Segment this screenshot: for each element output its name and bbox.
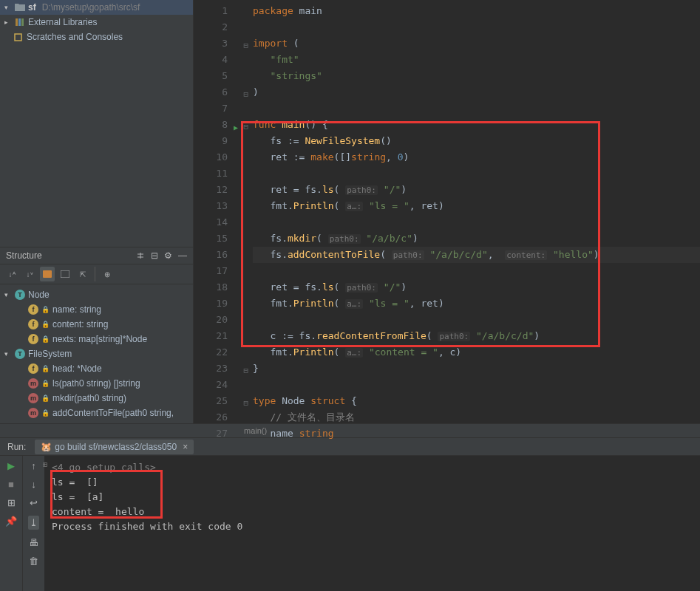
down-icon[interactable]: ↓ [31, 479, 36, 490]
code-line[interactable] [253, 263, 700, 279]
fold-icon[interactable]: ⊞ [43, 457, 47, 472]
line-number[interactable]: 21 [194, 328, 228, 344]
line-number[interactable]: 24 [194, 377, 228, 393]
structure-item[interactable]: m🔒ls(path0 string) []string [0, 376, 193, 391]
scratches-row[interactable]: Scratches and Consoles [0, 30, 193, 44]
code-line[interactable]: func main() { [253, 117, 700, 133]
structure-item[interactable]: ▾TNode [0, 287, 193, 302]
line-number[interactable]: 10 [194, 149, 228, 165]
code-line[interactable]: // 文件名、目录名 [253, 409, 700, 426]
line-number[interactable]: 1 [194, 3, 228, 19]
line-number[interactable]: 16 [194, 247, 228, 263]
line-number[interactable]: 17 [194, 263, 228, 279]
code-line[interactable]: fmt.Println( a…: "content = ", c) [253, 344, 700, 361]
line-number[interactable]: 5 [194, 68, 228, 84]
code-area[interactable]: package mainimport ( "fmt" "strings")fun… [235, 0, 700, 423]
rerun-icon[interactable]: ▶ [7, 460, 15, 471]
expand-all-icon[interactable] [136, 250, 145, 261]
project-root-row[interactable]: ▾ sf D:\mysetup\gopath\src\sf [0, 0, 193, 15]
line-number[interactable]: 13 [194, 198, 228, 214]
clear-icon[interactable]: 🗑 [29, 556, 38, 567]
pin-icon[interactable]: 📌 [5, 516, 17, 527]
code-line[interactable]: c := fs.readContentFromFile( path0: "/a/… [253, 328, 700, 344]
line-number[interactable]: 6⊟ [194, 84, 228, 100]
line-number[interactable]: 9 [194, 133, 228, 149]
code-line[interactable] [253, 165, 700, 182]
code-line[interactable]: fmt.Println( a…: "ls = ", ret) [253, 198, 700, 214]
code-line[interactable] [253, 312, 700, 328]
code-line[interactable]: name string [253, 426, 700, 442]
line-number[interactable]: 7 [194, 100, 228, 117]
code-line[interactable]: fs := NewFileSystem() [253, 133, 700, 149]
structure-item[interactable]: m🔒mkdir(path0 string) [0, 391, 193, 406]
layout-icon[interactable]: ⊞ [7, 497, 16, 508]
structure-item[interactable]: f🔒name: string [0, 302, 193, 317]
lock-icon: 🔒 [41, 365, 50, 372]
code-line[interactable]: fs.mkdir( path0: "/a/b/c") [253, 230, 700, 247]
line-number[interactable]: 15 [194, 230, 228, 247]
code-line[interactable]: package main [253, 3, 700, 19]
filter-button[interactable]: ⊕ [100, 267, 115, 281]
line-number[interactable]: 14 [194, 214, 228, 230]
code-editor[interactable]: 123⊟456⊟78▶⊟9101112131415161718192021222… [194, 0, 700, 423]
up-icon[interactable]: ↑ [31, 460, 36, 471]
collapse-all-icon[interactable]: ⊟ [151, 250, 158, 261]
close-icon[interactable]: × [183, 442, 188, 452]
code-line[interactable]: ret = fs.ls( path0: "/") [253, 182, 700, 198]
softwrap-icon[interactable]: ↩ [30, 497, 38, 508]
code-line[interactable]: import ( [253, 35, 700, 52]
external-libraries-row[interactable]: ▸ External Libraries [0, 15, 193, 30]
code-line[interactable]: "fmt" [253, 52, 700, 68]
code-line[interactable]: type Node struct { [253, 393, 700, 409]
sort-visibility-button[interactable]: ↓ᵛ [22, 267, 37, 281]
code-line[interactable]: } [253, 361, 700, 377]
chevron-icon[interactable]: ▾ [4, 350, 12, 358]
chevron-right-icon[interactable]: ▸ [4, 18, 12, 26]
line-number[interactable]: 12 [194, 182, 228, 198]
code-line[interactable] [253, 214, 700, 230]
hide-icon[interactable]: — [178, 250, 187, 261]
line-number[interactable]: 27 [194, 426, 228, 442]
line-number[interactable]: 20 [194, 312, 228, 328]
structure-item[interactable]: f🔒content: string [0, 317, 193, 332]
code-line[interactable] [253, 377, 700, 393]
print-icon[interactable]: 🖶 [29, 537, 38, 548]
scroll-end-icon[interactable]: ⤓ [28, 516, 39, 530]
autoscroll-button[interactable]: ⇱ [75, 267, 90, 281]
group-fields-button[interactable] [40, 267, 55, 281]
line-number[interactable]: 3⊟ [194, 35, 228, 52]
structure-item[interactable]: f🔒nexts: map[string]*Node [0, 332, 193, 346]
structure-tree: ▾TNodef🔒name: stringf🔒content: stringf🔒n… [0, 284, 193, 423]
code-line[interactable]: "strings" [253, 68, 700, 84]
structure-item[interactable]: ▾TFileSystem [0, 346, 193, 361]
line-number[interactable]: 11 [194, 165, 228, 182]
line-number[interactable]: 2 [194, 19, 228, 35]
console-output[interactable]: ⊞ <4 go setup calls>ls = []ls = [a]conte… [44, 456, 700, 591]
line-number[interactable]: 8▶⊟ [194, 117, 228, 133]
run-config-tab[interactable]: 🐹 go build sf/newclass2/class050 × [35, 440, 194, 454]
code-line[interactable]: fs.addContentToFile( path0: "/a/b/c/d", … [253, 247, 700, 263]
line-number[interactable]: 25⊟ [194, 393, 228, 409]
line-number[interactable]: 22 [194, 344, 228, 361]
chevron-down-icon[interactable]: ▾ [4, 4, 12, 11]
settings-icon[interactable]: ⚙ [164, 250, 172, 261]
code-line[interactable] [253, 100, 700, 117]
sort-alpha-button[interactable]: ↓ᴬ [4, 267, 19, 281]
left-panel: ▾ sf D:\mysetup\gopath\src\sf ▸ External… [0, 0, 194, 423]
svg-rect-1 [18, 18, 21, 26]
stop-icon[interactable]: ■ [8, 479, 14, 490]
chevron-icon[interactable]: ▾ [4, 291, 12, 298]
line-number[interactable]: 26 [194, 409, 228, 426]
code-line[interactable]: ret = fs.ls( path0: "/") [253, 279, 700, 296]
line-number[interactable]: 23⊟ [194, 361, 228, 377]
code-line[interactable]: ) [253, 84, 700, 100]
line-number[interactable]: 18 [194, 279, 228, 296]
line-number[interactable]: 4 [194, 52, 228, 68]
line-number[interactable]: 19 [194, 296, 228, 312]
structure-item[interactable]: m🔒addContentToFile(path0 string, [0, 406, 193, 420]
structure-item[interactable]: f🔒head: *Node [0, 361, 193, 376]
code-line[interactable]: ret := make([]string, 0) [253, 149, 700, 165]
code-line[interactable]: fmt.Println( a…: "ls = ", ret) [253, 296, 700, 312]
show-anon-button[interactable] [58, 267, 72, 281]
code-line[interactable] [253, 19, 700, 35]
